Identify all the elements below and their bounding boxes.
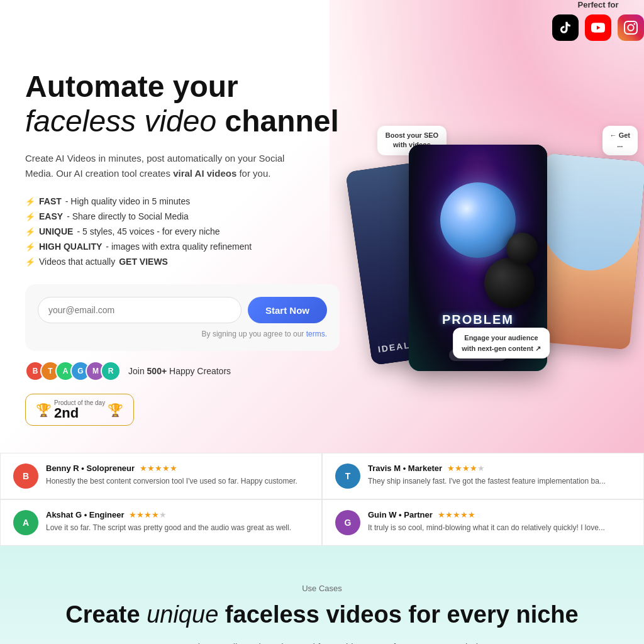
testimonial-text: Honestly the best content conversion too… xyxy=(46,475,309,487)
headline-bold: Automate your xyxy=(25,70,238,103)
hero-section: Perfect for Automate your xyxy=(0,0,644,453)
orb-small xyxy=(506,233,538,264)
testimonial-content: Travis M • Marketer ★★★★★ They ship insa… xyxy=(368,464,631,487)
laurel-left: 🏆 xyxy=(36,402,52,418)
feature-views: Videos that actually GET VIEWS xyxy=(25,257,365,267)
product-badge: 🏆 Product of the day 2nd 🏆 xyxy=(25,394,134,426)
planet-small xyxy=(484,258,535,308)
feature-unique: UNIQUE - 5 styles, 45 voices - for every… xyxy=(25,226,365,236)
tiktok-icon[interactable] xyxy=(552,14,579,41)
testimonial-header: Akshat G • Engineer ★★★★★ xyxy=(46,510,309,519)
youtube-icon[interactable] xyxy=(585,14,611,41)
avatar-group: B T A G M R xyxy=(25,361,121,381)
testimonial-avatar: G xyxy=(335,510,360,535)
social-icons-row xyxy=(552,14,644,41)
testimonial-text: They ship insanely fast. I've got the fa… xyxy=(368,475,631,487)
feature-quality: HIGH QUALITY - images with extra quality… xyxy=(25,242,365,252)
star-rating: ★★★★★ xyxy=(447,464,485,473)
hero-left: Automate your faceless video channel Cre… xyxy=(25,25,365,426)
badge-content: 🏆 Product of the day 2nd 🏆 xyxy=(36,399,123,420)
laurel-right: 🏆 xyxy=(108,402,123,418)
hero-right: Boost your SEO with videos ← Get... IDEA… xyxy=(365,25,619,426)
testimonial-text: Love it so far. The script was pretty go… xyxy=(46,522,309,533)
email-form-container: Start Now By signing up you agree to our… xyxy=(25,284,340,351)
feature-fast: FAST - High quality video in 5 minutes xyxy=(25,196,365,206)
testimonial-header: Travis M • Marketer ★★★★★ xyxy=(368,464,631,473)
use-cases-subtitle: CopyCopter is versatile and can be used … xyxy=(133,640,511,644)
video-cards-area: Boost your SEO with videos ← Get... IDEA… xyxy=(365,25,644,426)
star-rating: ★★★★★ xyxy=(438,510,475,519)
avatar: R xyxy=(101,361,121,381)
testimonial-header: Benny R • Solopreneur ★★★★★ xyxy=(46,464,309,473)
testimonial-avatar: B xyxy=(13,464,38,489)
testimonial-name: Guin W • Partner xyxy=(368,510,433,519)
feature-easy: EASY - Share directly to Social Media xyxy=(25,211,365,221)
badge-text: Product of the day 2nd xyxy=(54,399,105,420)
headline-italic: faceless video xyxy=(25,104,225,138)
video-cards-stack: IDEAL xyxy=(358,145,644,377)
features-list: FAST - High quality video in 5 minutes E… xyxy=(25,196,365,267)
email-input[interactable] xyxy=(38,297,242,323)
terms-link[interactable]: terms. xyxy=(306,330,327,338)
testimonial-content: Benny R • Solopreneur ★★★★★ Honestly the… xyxy=(46,464,309,487)
headline-rest: faceless videos for every niche xyxy=(225,601,579,628)
email-form: Start Now xyxy=(38,297,327,323)
main-headline: Automate your faceless video channel xyxy=(25,69,365,138)
testimonials-section: B Benny R • Solopreneur ★★★★★ Honestly t… xyxy=(0,453,644,546)
hero-subtitle: Create AI Videos in minutes, post automa… xyxy=(25,151,302,181)
problem-text: PROBLEM xyxy=(442,313,514,327)
testimonial-name: Benny R • Solopreneur xyxy=(46,464,135,473)
testimonial-card: G Guin W • Partner ★★★★★ It truly is so … xyxy=(322,499,644,546)
perfect-for-section: Perfect for xyxy=(552,0,644,41)
testimonial-card: T Travis M • Marketer ★★★★★ They ship in… xyxy=(322,453,644,499)
testimonial-avatar: T xyxy=(335,464,360,489)
subtitle-bold: viral AI videos xyxy=(173,168,236,179)
engage-label: Engage your audiencewith next-gen conten… xyxy=(453,328,550,358)
creators-text: Join 500+ Happy Creators xyxy=(128,366,231,376)
instagram-icon[interactable] xyxy=(618,14,644,41)
terms-text: By signing up you agree to our terms. xyxy=(38,330,327,338)
creators-label: Happy Creators xyxy=(167,366,231,376)
star-rating: ★★★★★ xyxy=(140,464,177,473)
creators-row: B T A G M R Join 500+ Happy Creators xyxy=(25,361,365,381)
use-cases-label: Use Cases xyxy=(25,584,619,593)
testimonial-name: Akshat G • Engineer xyxy=(46,510,124,519)
testimonial-name: Travis M • Marketer xyxy=(368,464,442,473)
testimonial-card: B Benny R • Solopreneur ★★★★★ Honestly t… xyxy=(0,453,322,499)
sky-bg xyxy=(536,153,644,275)
testimonial-text: It truly is so cool, mind-blowing what i… xyxy=(368,522,631,533)
use-cases-section: Use Cases Create unique faceless videos … xyxy=(0,546,644,644)
perfect-for-label: Perfect for xyxy=(552,0,644,9)
use-cases-headline: Create unique faceless videos for every … xyxy=(25,601,619,630)
star-rating: ★★★★★ xyxy=(129,510,167,519)
testimonial-header: Guin W • Partner ★★★★★ xyxy=(368,510,631,519)
headline-unique: unique xyxy=(147,601,218,628)
creators-count: 500+ xyxy=(147,366,167,376)
testimonial-content: Akshat G • Engineer ★★★★★ Love it so far… xyxy=(46,510,309,533)
badge-rank: 2nd xyxy=(54,406,105,420)
start-now-button[interactable]: Start Now xyxy=(248,297,327,323)
hero-inner: Automate your faceless video channel Cre… xyxy=(25,25,619,426)
testimonial-card: A Akshat G • Engineer ★★★★★ Love it so f… xyxy=(0,499,322,546)
testimonial-content: Guin W • Partner ★★★★★ It truly is so co… xyxy=(368,510,631,533)
headline-channel: channel xyxy=(225,104,339,138)
headline-create: Create xyxy=(65,601,140,628)
testimonial-avatar: A xyxy=(13,510,38,535)
